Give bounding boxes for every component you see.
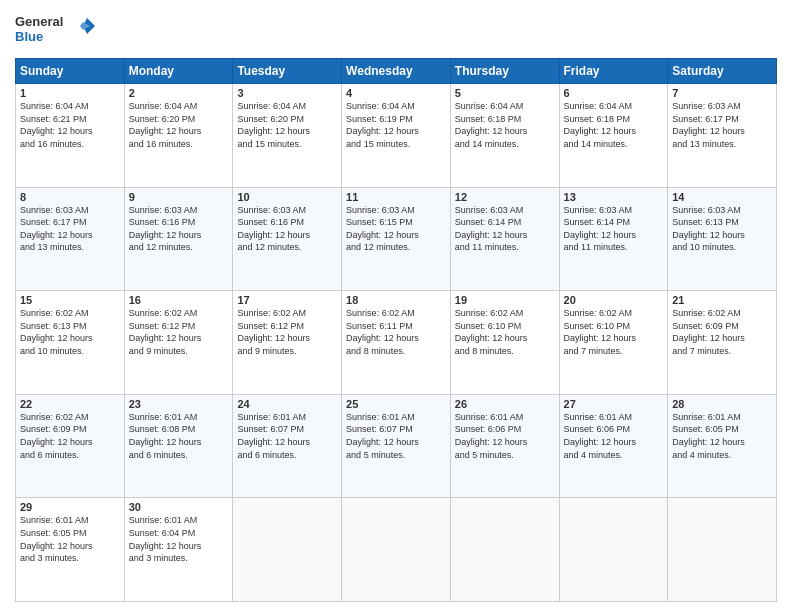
day-detail: Sunrise: 6:01 AMSunset: 6:06 PMDaylight:… (564, 411, 664, 461)
day-number: 24 (237, 398, 337, 410)
day-detail: Sunrise: 6:03 AMSunset: 6:16 PMDaylight:… (237, 204, 337, 254)
calendar-cell: 5Sunrise: 6:04 AMSunset: 6:18 PMDaylight… (450, 84, 559, 188)
day-number: 2 (129, 87, 229, 99)
day-detail: Sunrise: 6:04 AMSunset: 6:19 PMDaylight:… (346, 100, 446, 150)
day-detail: Sunrise: 6:01 AMSunset: 6:05 PMDaylight:… (20, 514, 120, 564)
calendar-cell: 28Sunrise: 6:01 AMSunset: 6:05 PMDayligh… (668, 394, 777, 498)
calendar-cell: 30Sunrise: 6:01 AMSunset: 6:04 PMDayligh… (124, 498, 233, 602)
day-detail: Sunrise: 6:01 AMSunset: 6:06 PMDaylight:… (455, 411, 555, 461)
week-row-2: 8Sunrise: 6:03 AMSunset: 6:17 PMDaylight… (16, 187, 777, 291)
day-number: 8 (20, 191, 120, 203)
calendar-cell (559, 498, 668, 602)
day-detail: Sunrise: 6:01 AMSunset: 6:05 PMDaylight:… (672, 411, 772, 461)
page: General Blue SundayMondayTuesdayWednesda… (0, 0, 792, 612)
calendar-cell: 10Sunrise: 6:03 AMSunset: 6:16 PMDayligh… (233, 187, 342, 291)
calendar-cell: 6Sunrise: 6:04 AMSunset: 6:18 PMDaylight… (559, 84, 668, 188)
day-detail: Sunrise: 6:04 AMSunset: 6:18 PMDaylight:… (455, 100, 555, 150)
calendar-cell: 12Sunrise: 6:03 AMSunset: 6:14 PMDayligh… (450, 187, 559, 291)
day-header-monday: Monday (124, 59, 233, 84)
day-number: 19 (455, 294, 555, 306)
day-detail: Sunrise: 6:01 AMSunset: 6:04 PMDaylight:… (129, 514, 229, 564)
day-number: 16 (129, 294, 229, 306)
day-detail: Sunrise: 6:02 AMSunset: 6:11 PMDaylight:… (346, 307, 446, 357)
day-detail: Sunrise: 6:03 AMSunset: 6:17 PMDaylight:… (20, 204, 120, 254)
day-number: 12 (455, 191, 555, 203)
day-number: 11 (346, 191, 446, 203)
day-detail: Sunrise: 6:01 AMSunset: 6:07 PMDaylight:… (237, 411, 337, 461)
calendar-cell: 1Sunrise: 6:04 AMSunset: 6:21 PMDaylight… (16, 84, 125, 188)
day-detail: Sunrise: 6:04 AMSunset: 6:18 PMDaylight:… (564, 100, 664, 150)
calendar-cell: 13Sunrise: 6:03 AMSunset: 6:14 PMDayligh… (559, 187, 668, 291)
logo-bird-icon: General Blue (15, 10, 95, 50)
calendar-cell: 16Sunrise: 6:02 AMSunset: 6:12 PMDayligh… (124, 291, 233, 395)
calendar-cell (233, 498, 342, 602)
day-number: 10 (237, 191, 337, 203)
calendar-cell: 27Sunrise: 6:01 AMSunset: 6:06 PMDayligh… (559, 394, 668, 498)
calendar-cell: 17Sunrise: 6:02 AMSunset: 6:12 PMDayligh… (233, 291, 342, 395)
day-number: 7 (672, 87, 772, 99)
calendar-cell (668, 498, 777, 602)
calendar-table: SundayMondayTuesdayWednesdayThursdayFrid… (15, 58, 777, 602)
header: General Blue (15, 10, 777, 50)
calendar-header-row: SundayMondayTuesdayWednesdayThursdayFrid… (16, 59, 777, 84)
day-detail: Sunrise: 6:03 AMSunset: 6:16 PMDaylight:… (129, 204, 229, 254)
day-number: 23 (129, 398, 229, 410)
day-detail: Sunrise: 6:02 AMSunset: 6:09 PMDaylight:… (20, 411, 120, 461)
calendar-cell: 18Sunrise: 6:02 AMSunset: 6:11 PMDayligh… (342, 291, 451, 395)
day-number: 22 (20, 398, 120, 410)
day-number: 25 (346, 398, 446, 410)
day-detail: Sunrise: 6:03 AMSunset: 6:17 PMDaylight:… (672, 100, 772, 150)
calendar-cell: 3Sunrise: 6:04 AMSunset: 6:20 PMDaylight… (233, 84, 342, 188)
day-number: 30 (129, 501, 229, 513)
day-number: 15 (20, 294, 120, 306)
svg-text:Blue: Blue (15, 29, 43, 44)
calendar-cell: 11Sunrise: 6:03 AMSunset: 6:15 PMDayligh… (342, 187, 451, 291)
week-row-4: 22Sunrise: 6:02 AMSunset: 6:09 PMDayligh… (16, 394, 777, 498)
day-number: 13 (564, 191, 664, 203)
day-number: 4 (346, 87, 446, 99)
day-number: 3 (237, 87, 337, 99)
day-detail: Sunrise: 6:04 AMSunset: 6:21 PMDaylight:… (20, 100, 120, 150)
calendar-cell: 21Sunrise: 6:02 AMSunset: 6:09 PMDayligh… (668, 291, 777, 395)
day-number: 26 (455, 398, 555, 410)
day-detail: Sunrise: 6:01 AMSunset: 6:08 PMDaylight:… (129, 411, 229, 461)
calendar-cell: 9Sunrise: 6:03 AMSunset: 6:16 PMDaylight… (124, 187, 233, 291)
day-number: 27 (564, 398, 664, 410)
day-detail: Sunrise: 6:04 AMSunset: 6:20 PMDaylight:… (129, 100, 229, 150)
day-detail: Sunrise: 6:02 AMSunset: 6:12 PMDaylight:… (129, 307, 229, 357)
calendar-body: 1Sunrise: 6:04 AMSunset: 6:21 PMDaylight… (16, 84, 777, 602)
day-detail: Sunrise: 6:03 AMSunset: 6:14 PMDaylight:… (455, 204, 555, 254)
day-detail: Sunrise: 6:02 AMSunset: 6:12 PMDaylight:… (237, 307, 337, 357)
day-number: 29 (20, 501, 120, 513)
calendar-cell: 19Sunrise: 6:02 AMSunset: 6:10 PMDayligh… (450, 291, 559, 395)
calendar-cell: 29Sunrise: 6:01 AMSunset: 6:05 PMDayligh… (16, 498, 125, 602)
calendar-cell: 7Sunrise: 6:03 AMSunset: 6:17 PMDaylight… (668, 84, 777, 188)
day-detail: Sunrise: 6:03 AMSunset: 6:15 PMDaylight:… (346, 204, 446, 254)
day-number: 14 (672, 191, 772, 203)
calendar-cell: 2Sunrise: 6:04 AMSunset: 6:20 PMDaylight… (124, 84, 233, 188)
calendar-cell: 14Sunrise: 6:03 AMSunset: 6:13 PMDayligh… (668, 187, 777, 291)
day-header-sunday: Sunday (16, 59, 125, 84)
calendar-cell (450, 498, 559, 602)
day-header-wednesday: Wednesday (342, 59, 451, 84)
day-number: 28 (672, 398, 772, 410)
svg-text:General: General (15, 14, 63, 29)
day-detail: Sunrise: 6:02 AMSunset: 6:09 PMDaylight:… (672, 307, 772, 357)
day-detail: Sunrise: 6:02 AMSunset: 6:10 PMDaylight:… (455, 307, 555, 357)
logo: General Blue (15, 10, 95, 50)
week-row-5: 29Sunrise: 6:01 AMSunset: 6:05 PMDayligh… (16, 498, 777, 602)
calendar-cell: 26Sunrise: 6:01 AMSunset: 6:06 PMDayligh… (450, 394, 559, 498)
day-header-thursday: Thursday (450, 59, 559, 84)
week-row-3: 15Sunrise: 6:02 AMSunset: 6:13 PMDayligh… (16, 291, 777, 395)
day-detail: Sunrise: 6:01 AMSunset: 6:07 PMDaylight:… (346, 411, 446, 461)
day-number: 17 (237, 294, 337, 306)
day-number: 1 (20, 87, 120, 99)
calendar-cell: 20Sunrise: 6:02 AMSunset: 6:10 PMDayligh… (559, 291, 668, 395)
day-number: 6 (564, 87, 664, 99)
day-number: 9 (129, 191, 229, 203)
day-number: 20 (564, 294, 664, 306)
day-detail: Sunrise: 6:04 AMSunset: 6:20 PMDaylight:… (237, 100, 337, 150)
day-header-friday: Friday (559, 59, 668, 84)
calendar-cell: 22Sunrise: 6:02 AMSunset: 6:09 PMDayligh… (16, 394, 125, 498)
day-header-saturday: Saturday (668, 59, 777, 84)
